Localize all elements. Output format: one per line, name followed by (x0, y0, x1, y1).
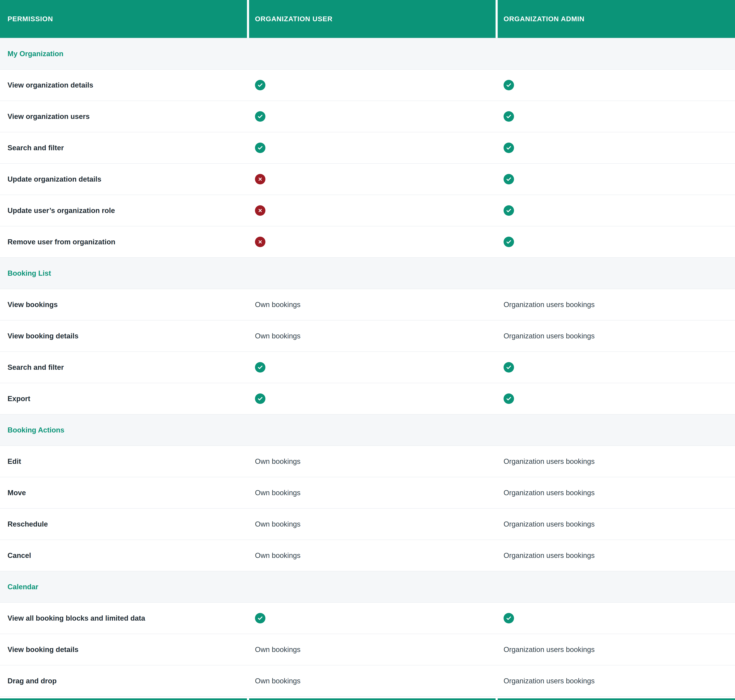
organization-user-cell: Own bookings (249, 540, 498, 571)
section-title: Booking Actions (7, 426, 64, 434)
table-row-update-user-s-organization-role: Update user’s organization role (0, 195, 735, 226)
check-icon (504, 237, 514, 247)
header-cell-organization-admin: ORGANIZATION ADMIN (498, 0, 735, 38)
check-icon (504, 174, 514, 184)
permission-value-text: Own bookings (255, 646, 301, 654)
table-row-view-organization-details: View organization details (0, 69, 735, 101)
permission-label: Remove user from organization (0, 226, 249, 257)
cross-icon (255, 237, 265, 247)
permission-label: Update user’s organization role (0, 195, 249, 226)
section-title: Calendar (7, 583, 38, 591)
permission-label: View organization users (0, 101, 249, 132)
permission-label: Move (0, 477, 249, 508)
section-title: Booking List (7, 269, 51, 277)
check-icon (504, 362, 514, 372)
organization-admin-cell: Organization users bookings (498, 446, 735, 477)
organization-user-cell: Own bookings (249, 446, 498, 477)
header-label-organization-user: ORGANIZATION USER (255, 15, 332, 23)
table-row-view-booking-details: View booking detailsOwn bookingsOrganiza… (0, 320, 735, 351)
table-body: My OrganizationView organization details… (0, 38, 735, 696)
organization-admin-cell (498, 603, 735, 634)
section-header-my-organization: My Organization (0, 38, 735, 69)
permission-value-text: Own bookings (255, 677, 301, 685)
organization-admin-cell (498, 195, 735, 226)
organization-admin-cell (498, 101, 735, 132)
organization-user-cell (249, 132, 498, 163)
organization-admin-cell (498, 383, 735, 414)
table-header-row: PERMISSION ORGANIZATION USER ORGANIZATIO… (0, 0, 735, 38)
section-title: My Organization (7, 50, 63, 58)
permission-label: View organization details (0, 69, 249, 101)
table-row-search-and-filter: Search and filter (0, 351, 735, 383)
organization-admin-cell (498, 226, 735, 257)
permission-value-text: Organization users bookings (504, 300, 595, 309)
permission-value-text: Organization users bookings (504, 332, 595, 340)
table-row-remove-user-from-organization: Remove user from organization (0, 226, 735, 257)
next-table-header-strip (0, 699, 735, 700)
permission-value-text: Own bookings (255, 457, 301, 465)
check-icon (504, 80, 514, 90)
check-icon (255, 393, 265, 404)
table-row-view-bookings: View bookingsOwn bookingsOrganization us… (0, 289, 735, 320)
table-row-view-all-booking-blocks-and-limited-data: View all booking blocks and limited data (0, 602, 735, 634)
organization-user-cell: Own bookings (249, 509, 498, 540)
organization-admin-cell: Organization users bookings (498, 477, 735, 508)
permission-label: Search and filter (0, 132, 249, 163)
next-header-cell-1 (0, 699, 247, 700)
table-row-update-organization-details: Update organization details (0, 163, 735, 195)
next-header-cell-3 (498, 699, 735, 700)
cross-icon (255, 174, 265, 184)
organization-admin-cell (498, 164, 735, 195)
organization-admin-cell: Organization users bookings (498, 634, 735, 665)
table-row-search-and-filter: Search and filter (0, 132, 735, 163)
organization-user-cell (249, 226, 498, 257)
organization-admin-cell (498, 352, 735, 383)
permission-label: Drag and drop (0, 665, 249, 696)
table-row-move: MoveOwn bookingsOrganization users booki… (0, 477, 735, 508)
check-icon (255, 80, 265, 90)
header-label-organization-admin: ORGANIZATION ADMIN (504, 15, 585, 23)
organization-user-cell: Own bookings (249, 477, 498, 508)
organization-user-cell (249, 164, 498, 195)
permission-value-text: Organization users bookings (504, 457, 595, 465)
table-row-reschedule: RescheduleOwn bookingsOrganization users… (0, 508, 735, 540)
organization-admin-cell (498, 132, 735, 163)
organization-user-cell: Own bookings (249, 289, 498, 320)
permission-label: Edit (0, 446, 249, 477)
organization-user-cell: Own bookings (249, 665, 498, 696)
check-icon (504, 393, 514, 404)
organization-admin-cell: Organization users bookings (498, 509, 735, 540)
permissions-table: PERMISSION ORGANIZATION USER ORGANIZATIO… (0, 0, 735, 700)
permission-label: View booking details (0, 321, 249, 351)
next-header-cell-2 (249, 699, 495, 700)
permission-value-text: Own bookings (255, 489, 301, 497)
permission-value-text: Organization users bookings (504, 489, 595, 497)
table-row-drag-and-drop: Drag and dropOwn bookingsOrganization us… (0, 665, 735, 696)
table-row-cancel: CancelOwn bookingsOrganization users boo… (0, 540, 735, 571)
organization-user-cell (249, 383, 498, 414)
permission-label: Export (0, 383, 249, 414)
table-row-edit: EditOwn bookingsOrganization users booki… (0, 446, 735, 477)
permission-value-text: Organization users bookings (504, 646, 595, 654)
organization-user-cell (249, 195, 498, 226)
permission-label: View booking details (0, 634, 249, 665)
table-bottom-border (0, 696, 735, 697)
permission-label: View bookings (0, 289, 249, 320)
permission-label: View all booking blocks and limited data (0, 603, 249, 634)
organization-admin-cell (498, 69, 735, 101)
permission-value-text: Organization users bookings (504, 520, 595, 528)
permission-value-text: Own bookings (255, 300, 301, 309)
check-icon (504, 205, 514, 216)
organization-user-cell (249, 603, 498, 634)
organization-user-cell: Own bookings (249, 321, 498, 351)
permission-label: Reschedule (0, 509, 249, 540)
header-cell-permission: PERMISSION (0, 0, 247, 38)
permission-value-text: Own bookings (255, 332, 301, 340)
permission-label: Cancel (0, 540, 249, 571)
organization-user-cell (249, 69, 498, 101)
header-label-permission: PERMISSION (7, 15, 53, 23)
organization-user-cell (249, 352, 498, 383)
check-icon (255, 362, 265, 372)
check-icon (504, 111, 514, 122)
permission-value-text: Organization users bookings (504, 551, 595, 560)
